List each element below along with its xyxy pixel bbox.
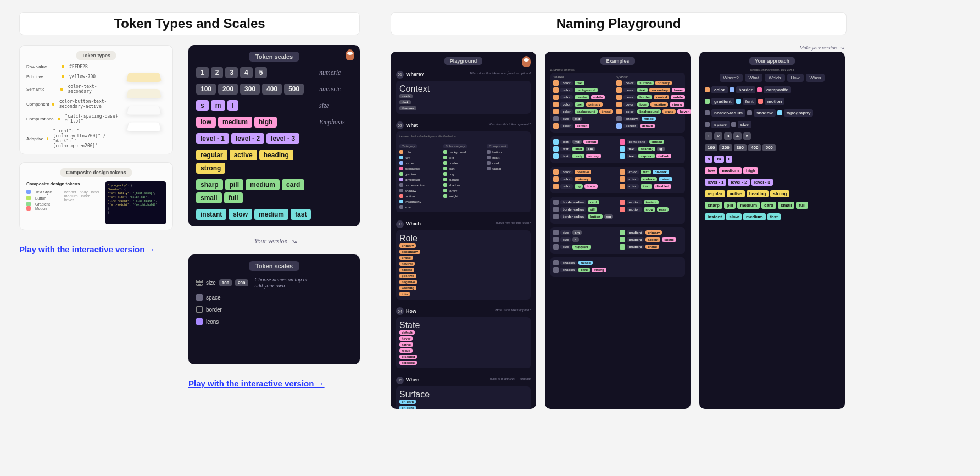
approach-scale-chip[interactable]: high: [743, 167, 758, 174]
option-item[interactable]: default: [399, 330, 527, 335]
approach-scale-chip[interactable]: 5: [743, 132, 751, 140]
approach-category-chip[interactable]: size: [738, 121, 751, 128]
category-item[interactable]: shadow: [399, 189, 440, 192]
approach-category-chip[interactable]: shadow: [754, 109, 776, 117]
approach-scale-chip[interactable]: medium: [719, 167, 742, 174]
approach-category-chip[interactable]: gradient: [711, 98, 734, 105]
scale-chip[interactable]: medium: [254, 209, 288, 220]
approach-category-chip[interactable]: font: [743, 98, 756, 105]
category-item[interactable]: composite: [399, 167, 440, 170]
scale-chip[interactable]: instant: [196, 209, 226, 220]
scale-chip[interactable]: level - 3: [266, 133, 299, 144]
scale-chip[interactable]: medium: [246, 179, 280, 190]
scale-chip[interactable]: level - 2: [231, 133, 264, 144]
scale-chip[interactable]: 400: [262, 84, 282, 95]
category-item[interactable]: icon: [443, 167, 484, 170]
approach-category-chip[interactable]: composite: [764, 86, 791, 93]
scale-chip[interactable]: 5: [255, 67, 268, 78]
approach-scale-chip[interactable]: sharp: [705, 202, 722, 209]
approach-scale-chip[interactable]: 500: [762, 144, 775, 151]
option-item[interactable]: focus: [399, 348, 527, 353]
category-item[interactable]: input: [487, 156, 527, 159]
editable-scale-row[interactable]: border: [196, 306, 352, 313]
category-item[interactable]: surface: [443, 178, 484, 181]
scale-chip[interactable]: high: [254, 117, 277, 128]
approach-scale-chip[interactable]: low: [705, 167, 717, 174]
approach-scale-chip[interactable]: 4: [733, 132, 741, 140]
approach-category-chip[interactable]: motion: [765, 98, 785, 105]
editable-scale-row[interactable]: space: [196, 294, 352, 301]
approach-category-chip[interactable]: typography: [784, 109, 814, 117]
category-item[interactable]: weight: [443, 194, 484, 198]
category-item[interactable]: gradient: [399, 172, 440, 176]
option-item[interactable]: accent: [399, 268, 527, 272]
scale-chip[interactable]: pill: [225, 179, 243, 190]
category-item[interactable]: button: [487, 150, 527, 154]
approach-scale-chip[interactable]: regular: [705, 190, 725, 197]
scale-chip[interactable]: 300: [240, 84, 260, 95]
approach-scale-chip[interactable]: 200: [719, 144, 732, 151]
category-item[interactable]: typography: [399, 200, 440, 203]
category-item[interactable]: dimension: [399, 178, 440, 181]
category-item[interactable]: family: [443, 189, 484, 192]
category-item[interactable]: border-radius: [399, 183, 440, 187]
scale-chip[interactable]: 4: [240, 67, 253, 78]
approach-scale-chip[interactable]: medium: [737, 202, 760, 209]
approach-scale-chip[interactable]: s: [705, 156, 712, 163]
option-item[interactable]: positive: [399, 274, 527, 278]
scale-chip[interactable]: slow: [229, 209, 252, 220]
option-item[interactable]: selected: [399, 361, 527, 365]
approach-scale-chip[interactable]: 300: [734, 144, 747, 151]
editable-scale-row[interactable]: size100200Choose names on top or add you…: [196, 276, 352, 289]
scale-chip[interactable]: 1: [196, 67, 209, 78]
category-item[interactable]: color: [399, 150, 440, 154]
category-item[interactable]: border: [443, 161, 484, 165]
scale-chip[interactable]: 100: [219, 279, 232, 286]
option-item[interactable]: warning: [399, 286, 527, 290]
approach-category-chip[interactable]: color: [711, 86, 728, 93]
option-item[interactable]: secondary: [399, 250, 527, 254]
approach-scale-chip[interactable]: 3: [724, 132, 732, 140]
approach-scale-chip[interactable]: 1: [705, 132, 712, 140]
approach-scale-chip[interactable]: m: [714, 156, 723, 163]
option-item[interactable]: hover: [399, 336, 527, 341]
scale-chip[interactable]: 3: [225, 67, 238, 78]
approach-scale-chip[interactable]: strong: [770, 190, 789, 197]
approach-tab[interactable]: Where?: [720, 74, 743, 82]
approach-scale-chip[interactable]: fast: [767, 213, 781, 220]
scale-chip[interactable]: 2: [211, 67, 224, 78]
scale-chip[interactable]: fast: [291, 209, 311, 220]
scale-chip[interactable]: strong: [196, 163, 225, 174]
approach-scale-chip[interactable]: small: [778, 202, 794, 209]
approach-tab[interactable]: What: [745, 74, 763, 82]
option-item[interactable]: mode: [399, 94, 527, 98]
approach-scale-chip[interactable]: slow: [726, 213, 742, 220]
approach-scale-chip[interactable]: medium: [743, 213, 766, 220]
option-item[interactable]: disabled: [399, 355, 527, 359]
approach-tab[interactable]: When: [806, 74, 825, 82]
approach-scale-chip[interactable]: instant: [705, 213, 725, 220]
scale-chip[interactable]: low: [196, 117, 216, 128]
approach-scale-chip[interactable]: pill: [724, 202, 736, 209]
option-item[interactable]: info: [399, 292, 527, 296]
scale-chip[interactable]: active: [230, 150, 257, 160]
category-item[interactable]: ring: [443, 172, 484, 176]
scale-chip[interactable]: m: [211, 100, 226, 111]
approach-scale-chip[interactable]: active: [727, 190, 745, 197]
scale-chip[interactable]: 200: [218, 84, 238, 95]
option-item[interactable]: primary: [399, 243, 527, 248]
scale-chip[interactable]: small: [196, 192, 222, 203]
option-item[interactable]: theme-a: [399, 106, 527, 110]
scale-chip[interactable]: regular: [196, 150, 227, 160]
category-item[interactable]: tooltip: [487, 167, 527, 170]
approach-category-chip[interactable]: border: [736, 86, 755, 93]
play-link-1[interactable]: Play with the interactive version →: [19, 245, 173, 254]
scale-chip[interactable]: medium: [218, 117, 252, 128]
approach-tab[interactable]: How: [787, 74, 804, 82]
approach-scale-chip[interactable]: full: [796, 202, 808, 209]
play-link-2[interactable]: Play with the interactive version →: [188, 379, 360, 388]
approach-scale-chip[interactable]: level - 1: [705, 179, 726, 186]
approach-scale-chip[interactable]: level - 3: [751, 179, 773, 186]
option-item[interactable]: on-dark: [399, 400, 527, 404]
category-item[interactable]: background: [443, 150, 484, 154]
